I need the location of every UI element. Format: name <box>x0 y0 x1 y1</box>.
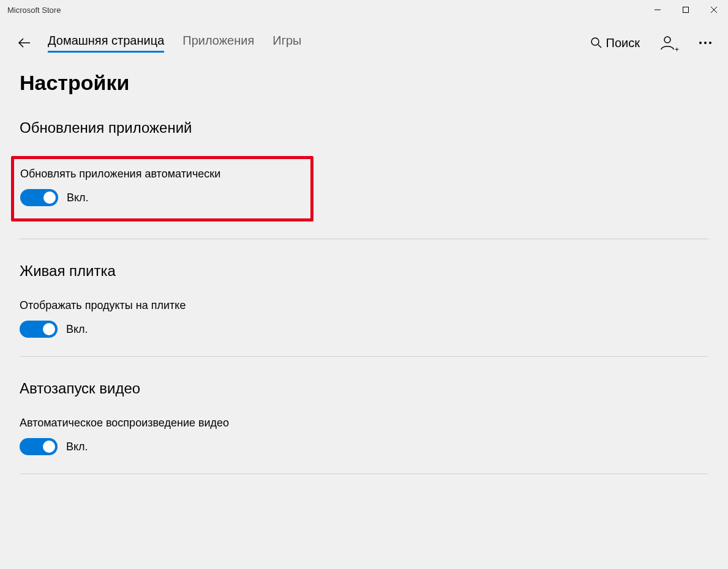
tab-apps[interactable]: Приложения <box>182 34 254 53</box>
divider <box>20 356 708 357</box>
maximize-button[interactable] <box>672 0 700 20</box>
svg-point-7 <box>664 37 670 43</box>
divider <box>20 239 708 239</box>
minimize-button[interactable] <box>644 0 672 20</box>
setting-block-autoplay: Автоматическое воспроизведение видео Вкл… <box>20 417 708 474</box>
toggle-state-autoplay: Вкл. <box>66 441 88 453</box>
toggle-autoplay[interactable] <box>20 438 58 455</box>
setting-label-auto-update: Обновлять приложения автоматически <box>20 168 304 180</box>
toggle-auto-update[interactable] <box>20 189 58 206</box>
nav-right-actions: Поиск + <box>590 32 716 53</box>
account-button[interactable]: + <box>657 32 678 53</box>
content: Настройки Обновления приложений Обновлят… <box>0 71 728 510</box>
maximize-icon <box>682 6 689 13</box>
minimize-icon <box>654 6 661 13</box>
person-icon <box>659 35 675 51</box>
toggle-live-tile[interactable] <box>20 321 58 338</box>
more-button[interactable] <box>695 32 716 53</box>
toggle-row-autoplay: Вкл. <box>20 438 708 455</box>
nav-bar: Домашняя страница Приложения Игры Поиск … <box>0 20 728 62</box>
search-label: Поиск <box>606 36 640 50</box>
more-icon <box>699 42 711 44</box>
window-controls <box>644 0 728 20</box>
back-button[interactable] <box>12 31 37 55</box>
close-button[interactable] <box>700 0 728 20</box>
setting-block-live-tile: Отображать продукты на плитке Вкл. <box>20 299 708 356</box>
toggle-state-live-tile: Вкл. <box>66 323 88 336</box>
close-icon <box>710 6 718 13</box>
tab-games[interactable]: Игры <box>272 34 301 53</box>
titlebar-title: Microsoft Store <box>7 6 61 15</box>
setting-label-live-tile: Отображать продукты на плитке <box>20 299 708 312</box>
svg-rect-1 <box>683 7 689 13</box>
section-heading-autoplay: Автозапуск видео <box>20 380 708 397</box>
svg-line-6 <box>598 45 601 48</box>
back-arrow-icon <box>17 35 32 50</box>
toggle-row-auto-update: Вкл. <box>20 189 304 206</box>
highlight-box-auto-update: Обновлять приложения автоматически Вкл. <box>11 156 313 221</box>
titlebar: Microsoft Store <box>0 0 728 20</box>
svg-point-5 <box>591 38 599 45</box>
section-heading-live-tile: Живая плитка <box>20 262 708 280</box>
section-heading-app-updates: Обновления приложений <box>20 119 708 136</box>
divider <box>20 474 708 474</box>
tabs: Домашняя страница Приложения Игры <box>48 34 301 53</box>
toggle-state-auto-update: Вкл. <box>67 192 89 204</box>
search-button[interactable]: Поиск <box>590 36 640 50</box>
search-icon <box>590 37 602 49</box>
tab-home[interactable]: Домашняя страница <box>48 34 164 53</box>
add-plus-icon: + <box>675 45 679 54</box>
setting-label-autoplay: Автоматическое воспроизведение видео <box>20 417 708 430</box>
page-title: Настройки <box>20 71 708 95</box>
toggle-row-live-tile: Вкл. <box>20 321 708 338</box>
